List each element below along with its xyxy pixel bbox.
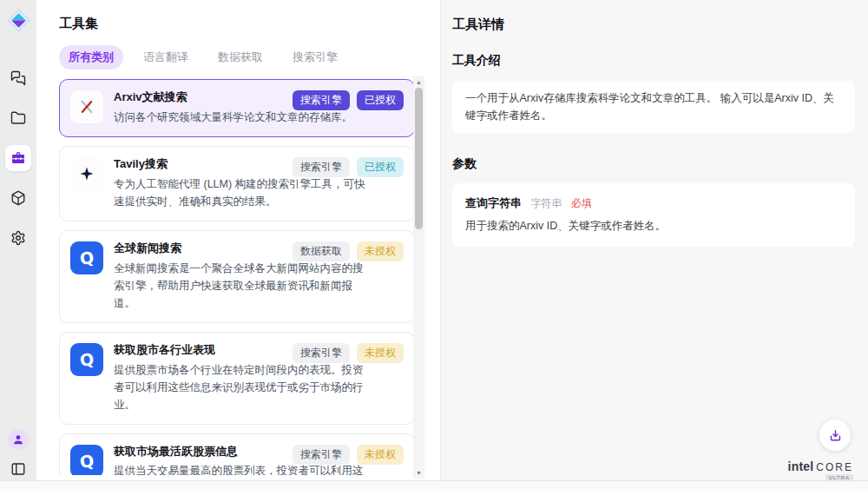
tab-language-translation[interactable]: 语言翻译 [134,45,198,69]
category-badge: 搜索引擎 [293,157,350,177]
download-icon [828,428,843,443]
auth-status-badge: 未授权 [357,343,404,363]
sidebar-item-folder[interactable] [5,105,31,131]
param-name: 查询字符串 [465,196,522,209]
cube-icon [10,190,26,206]
intel-logo-text: intel core [788,459,853,473]
stock-q-icon: Q [70,343,103,376]
details-title: 工具详情 [452,17,855,33]
param-type: 字符串 [530,197,562,209]
tool-card-arxiv[interactable]: Arxiv文献搜索 访问各个研究领域大量科学论文和文章的存储库。 搜索引擎 已授… [59,79,415,137]
list-scrollbar[interactable]: ▲ ▼ [413,76,424,479]
category-badge: 搜索引擎 [293,343,350,363]
sidebar-item-toolbox[interactable] [5,145,31,171]
toolbox-icon [10,150,26,166]
download-button[interactable] [819,420,851,451]
app-window: 工具集 所有类别 语言翻译 数据获取 搜索引擎 Arxiv文献搜索 访问各个研究… [0,0,868,489]
sidebar-item-chat[interactable] [5,65,31,91]
sidebar-item-cube[interactable] [5,185,31,211]
tab-all-categories[interactable]: 所有类别 [59,45,123,69]
tool-description: 全球新闻搜索是一个聚合全球各大新闻网站内容的搜索引擎，帮助用户快速获取全球最新资… [114,260,369,312]
tool-badges: 搜索引擎 未授权 [293,343,404,363]
auth-status-badge: 已授权 [357,157,404,177]
arxiv-x-icon [70,90,103,123]
params-heading: 参数 [452,156,855,172]
chat-icon [10,70,26,86]
tool-badges: 数据获取 未授权 [293,241,404,261]
category-tabs: 所有类别 语言翻译 数据获取 搜索引擎 [59,45,440,69]
sidebar-item-settings[interactable] [5,225,31,251]
category-badge: 数据获取 [293,241,350,261]
sidebar-bottom [8,429,29,477]
tool-badges: 搜索引擎 已授权 [293,157,404,177]
tool-list-panel: 工具集 所有类别 语言翻译 数据获取 搜索引擎 Arxiv文献搜索 访问各个研究… [36,0,441,489]
tool-card-active-stocks[interactable]: Q 获取市场最活跃股票信息 提供当天交易量最高的股票列表，投资者可以利用这些信息… [59,433,415,475]
tool-description: 访问各个研究领域大量科学论文和文章的存储库。 [114,109,369,126]
user-avatar-icon [12,433,24,446]
tool-card-stock-sectors[interactable]: Q 获取股市各行业表现 提供股票市场各个行业在特定时间段内的表现。投资者可以利用… [59,332,415,425]
tool-details-panel: 工具详情 工具介绍 一个用于从Arxiv存储库搜索科学论文和文章的工具。 输入可… [441,0,868,489]
intel-brand-text: intel [788,459,814,473]
category-badge: 搜索引擎 [293,445,350,465]
stock-q-icon: Q [70,445,103,475]
settings-gear-icon [10,230,26,246]
tool-description: 提供当天交易量最高的股票列表，投资者可以利用这些信息来识别流动性强的股票和潜在的… [114,462,369,475]
news-q-icon: Q [70,241,103,274]
param-description: 用于搜索的Arxiv ID、关键字或作者姓名。 [465,219,842,234]
intel-core-logo: intel core ULTRA [788,459,853,481]
sidebar-nav [5,65,31,251]
auth-status-badge: 已授权 [357,90,404,110]
tool-description: 提供股票市场各个行业在特定时间段内的表现。投资者可以利用这些信息来识别表现优于或… [114,361,369,413]
tool-card-global-news[interactable]: Q 全球新闻搜索 全球新闻搜索是一个聚合全球各大新闻网站内容的搜索引擎，帮助用户… [59,230,415,323]
tab-data-fetch[interactable]: 数据获取 [208,45,273,69]
param-header: 查询字符串 字符串 必填 [465,195,842,211]
page-title: 工具集 [59,16,440,32]
tool-card-tavily[interactable]: Tavily搜索 专为人工智能代理 (LLM) 构建的搜索引擎工具，可快速提供实… [59,146,415,221]
scroll-down-icon[interactable]: ▼ [416,470,422,476]
scroll-up-icon[interactable]: ▲ [416,79,422,85]
sidebar [0,0,36,489]
auth-status-badge: 未授权 [357,241,404,261]
tool-badges: 搜索引擎 已授权 [293,90,404,110]
collapse-panel-icon [10,461,26,477]
tool-badges: 搜索引擎 未授权 [293,445,404,465]
intro-card: 一个用于从Arxiv存储库搜索科学论文和文章的工具。 输入可以是Arxiv ID… [452,81,855,133]
folder-icon [10,110,26,126]
tool-description: 专为人工智能代理 (LLM) 构建的搜索引擎工具，可快速提供实时、准确和真实的结… [114,175,369,210]
param-card: 查询字符串 字符串 必填 用于搜索的Arxiv ID、关键字或作者姓名。 [452,183,855,247]
core-brand-text: core [816,461,853,473]
collapse-sidebar-button[interactable] [10,461,26,477]
param-required-badge: 必填 [571,197,592,209]
scrollbar-thumb[interactable] [415,88,423,229]
category-badge: 搜索引擎 [293,90,350,110]
auth-status-badge: 未授权 [357,445,404,465]
app-logo-icon [7,9,30,32]
intro-heading: 工具介绍 [452,53,855,69]
user-avatar[interactable] [8,429,29,450]
tab-search-engine[interactable]: 搜索引擎 [283,45,347,69]
tool-card-list: Arxiv文献搜索 访问各个研究领域大量科学论文和文章的存储库。 搜索引擎 已授… [59,79,415,475]
ultra-badge: ULTRA [825,474,853,481]
tavily-star-icon [70,157,103,190]
